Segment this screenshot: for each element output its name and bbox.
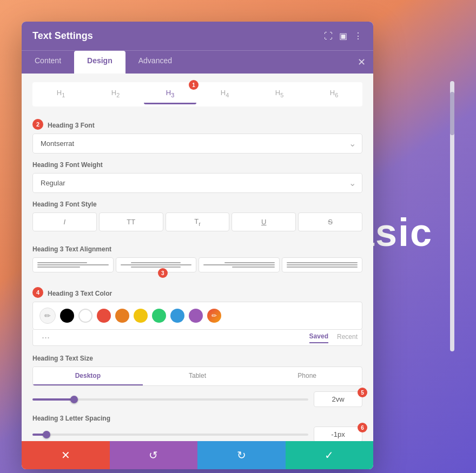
underline-button[interactable]: U [232,212,296,232]
badge-2: 2 [32,119,43,130]
text-size-label: Heading 3 Text Size [32,355,362,362]
custom-color-swatch[interactable]: ✏ [207,309,221,323]
header-icons: ⛶ ▣ ⋮ [324,31,362,41]
recent-tab[interactable]: Recent [337,333,358,343]
tab-content[interactable]: Content [22,51,74,74]
heading-tabs: H1 H2 H3 1 H4 H5 H6 [32,82,362,106]
alignment-buttons: 3 [32,257,362,272]
confirm-button[interactable]: ✓ [286,441,374,469]
heading-tab-h1[interactable]: H1 [35,84,87,104]
tab-close-button[interactable]: ✕ [350,51,373,74]
badge-5: 5 [358,388,367,397]
alignment-label: Heading 3 Text Alignment [32,245,111,253]
heading-tab-h5[interactable]: H5 [253,84,306,104]
font-style-buttons: I TT Tr U S [32,212,362,232]
scrollbar-thumb[interactable] [450,92,454,135]
badge-3: 3 [158,268,168,278]
font-style-label: Heading 3 Font Style [32,201,362,208]
phone-tab[interactable]: Phone [252,367,362,385]
color-swatches: ✏ ✏ [32,302,362,330]
desktop-tab[interactable]: Desktop [33,367,143,385]
reset-button[interactable]: ↺ [110,441,198,469]
font-label: Heading 3 Font [48,122,95,129]
swatch-green[interactable] [152,309,166,323]
heading-tab-h3[interactable]: H3 1 [144,84,196,104]
swatch-blue[interactable] [170,309,184,323]
tab-advanced[interactable]: Advanced [125,51,185,74]
cancel-icon: ✕ [61,449,70,462]
cancel-button[interactable]: ✕ [22,441,110,469]
device-tabs: Desktop Tablet Phone [32,367,362,386]
font-weight-label: Heading 3 Font Weight [32,161,362,169]
letter-spacing-track[interactable] [32,434,308,436]
letter-spacing-label: Heading 3 Letter Spacing [32,415,362,422]
strikethrough-button[interactable]: S [298,212,362,232]
align-left-button[interactable] [32,257,114,272]
tab-design[interactable]: Design [74,51,125,74]
redo-icon: ↻ [237,449,246,462]
letter-spacing-slider-row: -1px 6 [32,427,362,441]
italic-button[interactable]: I [32,212,97,232]
heading-tab-h2[interactable]: H2 [89,84,142,104]
font-label-row: 2 Heading 3 Font [32,115,362,134]
swatch-white[interactable] [78,309,92,323]
saved-tab[interactable]: Saved [309,332,328,343]
swatch-black[interactable] [60,309,74,323]
swatch-yellow[interactable] [134,309,148,323]
text-size-value: 2vw 5 [314,391,362,407]
color-label-row: 4 Heading 3 Text Color [32,283,362,302]
letter-spacing-value: -1px 6 [314,427,362,441]
text-size-slider-row: 2vw 5 [32,391,362,407]
modal-footer: ✕ ↺ ↻ ✓ [22,441,373,469]
split-icon[interactable]: ▣ [339,31,347,41]
uppercase-button[interactable]: TT [99,212,163,232]
heading-tab-h6[interactable]: H6 [308,84,360,104]
fullscreen-icon[interactable]: ⛶ [324,31,333,41]
capitalize-button[interactable]: Tr [166,212,230,232]
reset-icon: ↺ [149,449,158,462]
more-colors-button[interactable]: ··· [37,332,54,343]
tabs-bar: Content Design Advanced ✕ [22,50,373,74]
more-icon[interactable]: ⋮ [354,31,362,41]
modal: Text Settings ⛶ ▣ ⋮ Content Design Advan… [22,22,373,469]
align-justify-button[interactable] [282,257,363,272]
swatch-orange[interactable] [115,309,129,323]
alignment-label-row: Heading 3 Text Alignment [32,239,362,257]
badge-4: 4 [32,287,43,298]
font-select-wrapper: Montserrat Open Sans Roboto Lato ⌄ [32,134,362,154]
modal-title: Text Settings [32,30,93,42]
badge-6: 6 [358,423,367,432]
badge-1: 1 [189,80,199,90]
modal-content: H1 H2 H3 1 H4 H5 H6 2 Heading 3 Font Mon… [22,74,373,441]
font-select[interactable]: Montserrat Open Sans Roboto Lato [32,134,362,154]
tablet-tab[interactable]: Tablet [143,367,253,385]
scrollbar[interactable] [450,81,454,351]
heading-tab-h4[interactable]: H4 [199,84,251,104]
swatch-red[interactable] [97,309,111,323]
swatch-purple[interactable] [189,309,203,323]
color-label: Heading 3 Text Color [48,290,112,297]
confirm-icon: ✓ [325,449,334,462]
align-center-button[interactable] [116,257,197,272]
text-size-track[interactable] [32,398,308,401]
modal-header: Text Settings ⛶ ▣ ⋮ [22,22,373,50]
align-right-button[interactable] [199,257,280,272]
eyedropper-button[interactable]: ✏ [39,308,56,324]
font-weight-select-wrapper: Regular Bold Light ⌄ [32,173,362,193]
font-weight-select[interactable]: Regular Bold Light [32,173,362,193]
redo-button[interactable]: ↻ [197,441,286,469]
